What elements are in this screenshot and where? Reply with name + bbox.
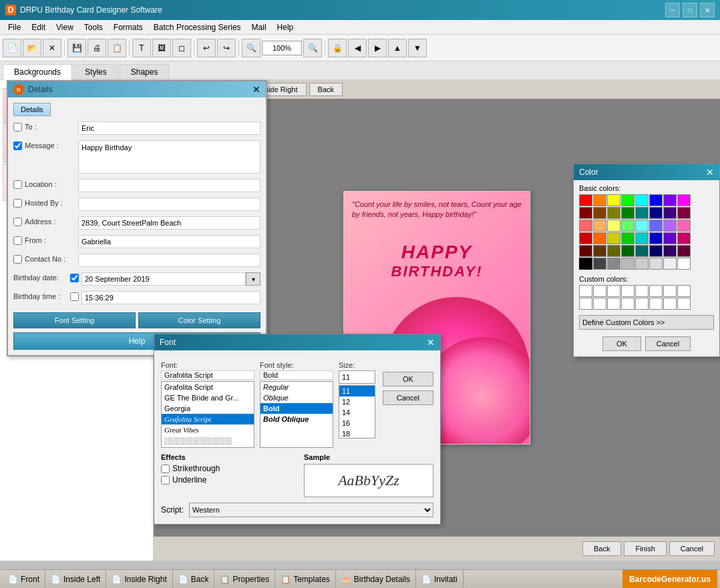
save-button[interactable]: 💾 [67, 39, 86, 57]
menu-formats[interactable]: Formats [108, 21, 148, 33]
basic-color-5[interactable] [649, 194, 663, 206]
basic-color-10[interactable] [607, 207, 620, 219]
define-custom-colors-button[interactable]: Define Custom Colors >> [579, 315, 714, 330]
font-dialog-close[interactable]: ✕ [427, 337, 435, 348]
close-button[interactable]: ✕ [700, 3, 715, 17]
strikethrough-checkbox[interactable] [161, 465, 170, 473]
underline-checkbox[interactable] [161, 476, 170, 485]
custom-color-0[interactable] [579, 285, 592, 297]
font-setting-button[interactable]: Font Setting [13, 312, 136, 328]
custom-color-1[interactable] [593, 285, 606, 297]
prev-button[interactable]: ◀ [348, 39, 367, 57]
basic-color-3[interactable] [621, 194, 635, 206]
color-cancel-button[interactable]: Cancel [645, 336, 691, 351]
basic-color-37[interactable] [649, 245, 663, 257]
message-checkbox[interactable] [13, 141, 22, 150]
canvas-tab-back[interactable]: Back [309, 83, 343, 96]
hosted-by-input[interactable] [78, 198, 260, 211]
contact-checkbox[interactable] [13, 255, 22, 264]
status-inside-left[interactable]: 📄 Inside Left [45, 570, 106, 588]
custom-color-6[interactable] [663, 285, 677, 297]
status-invitati[interactable]: 📄 Invitati [416, 570, 464, 588]
basic-color-14[interactable] [663, 207, 677, 219]
color-setting-button[interactable]: Color Setting [138, 312, 260, 328]
basic-color-17[interactable] [593, 220, 606, 232]
custom-color-8[interactable] [579, 298, 592, 310]
status-inside-right[interactable]: 📄 Inside Right [106, 570, 172, 588]
custom-color-14[interactable] [663, 298, 677, 310]
birthday-date-checkbox[interactable] [70, 274, 79, 282]
basic-color-22[interactable] [663, 220, 677, 232]
basic-color-32[interactable] [579, 245, 592, 257]
basic-color-24[interactable] [579, 232, 592, 244]
basic-color-21[interactable] [649, 220, 663, 232]
color-dialog-close[interactable]: ✕ [706, 167, 714, 178]
copy-button[interactable]: 📋 [108, 39, 126, 57]
style-regular[interactable]: Regular [260, 382, 333, 392]
basic-color-30[interactable] [663, 232, 677, 244]
new-button[interactable]: 📄 [3, 39, 21, 57]
menu-edit[interactable]: Edit [26, 21, 51, 33]
basic-color-16[interactable] [579, 220, 592, 232]
basic-color-29[interactable] [649, 232, 663, 244]
font-item-ge[interactable]: GE The Bride and Gr... [162, 392, 254, 403]
custom-color-10[interactable] [607, 298, 620, 310]
close-doc-button[interactable]: ✕ [43, 39, 61, 57]
text-button[interactable]: T [132, 39, 151, 57]
basic-color-1[interactable] [593, 194, 606, 206]
finish-button[interactable]: Finish [624, 541, 666, 556]
custom-color-12[interactable] [635, 298, 649, 310]
basic-color-34[interactable] [607, 245, 620, 257]
tab-shapes[interactable]: Shapes [120, 64, 170, 79]
status-front[interactable]: 📄 Front [3, 570, 45, 588]
basic-color-13[interactable] [649, 207, 663, 219]
custom-color-13[interactable] [649, 298, 663, 310]
birthday-time-input[interactable] [81, 291, 260, 304]
font-style-list[interactable]: Regular Oblique Bold Bold Oblique [260, 381, 333, 448]
custom-color-15[interactable] [677, 298, 691, 310]
zoom-out-button[interactable]: 🔍 [242, 39, 260, 57]
basic-color-47[interactable] [677, 258, 691, 270]
basic-color-36[interactable] [635, 245, 649, 257]
color-ok-button[interactable]: OK [602, 336, 641, 351]
details-close-button[interactable]: ✕ [252, 84, 260, 95]
undo-button[interactable]: ↩ [197, 39, 216, 57]
basic-color-0[interactable] [579, 194, 592, 206]
menu-tools[interactable]: Tools [79, 21, 108, 33]
font-list[interactable]: Grafolita Script GE The Bride and Gr... … [161, 381, 254, 448]
birthday-time-checkbox[interactable] [70, 292, 79, 301]
status-back[interactable]: 📄 Back [173, 570, 215, 588]
size-11[interactable]: 11 [339, 386, 375, 396]
open-button[interactable]: 📂 [23, 39, 41, 57]
basic-color-26[interactable] [607, 232, 620, 244]
basic-color-35[interactable] [621, 245, 635, 257]
basic-color-4[interactable] [635, 194, 649, 206]
birthday-date-input[interactable] [81, 272, 246, 286]
basic-color-18[interactable] [607, 220, 620, 232]
cancel-nav-button[interactable]: Cancel [669, 541, 715, 556]
next-button[interactable]: ▶ [368, 39, 387, 57]
custom-color-2[interactable] [607, 285, 620, 297]
basic-color-42[interactable] [607, 258, 620, 270]
basic-color-19[interactable] [621, 220, 635, 232]
basic-color-23[interactable] [677, 220, 691, 232]
contact-input[interactable] [78, 254, 260, 267]
menu-batch[interactable]: Batch Processing Series [148, 21, 246, 33]
details-tab-button[interactable]: Details [13, 103, 51, 116]
custom-color-9[interactable] [593, 298, 606, 310]
address-input[interactable] [78, 216, 260, 230]
menu-view[interactable]: View [51, 21, 79, 33]
basic-color-39[interactable] [677, 245, 691, 257]
menu-file[interactable]: File [3, 21, 26, 33]
basic-color-6[interactable] [663, 194, 677, 206]
font-style-input[interactable] [260, 370, 333, 380]
custom-color-4[interactable] [635, 285, 649, 297]
tab-backgrounds[interactable]: Backgrounds [3, 64, 72, 80]
size-12[interactable]: 12 [339, 396, 375, 407]
redo-button[interactable]: ↪ [217, 39, 236, 57]
to-checkbox[interactable] [13, 123, 22, 131]
message-textarea[interactable]: Happy Birthday [78, 140, 260, 174]
style-bold-oblique[interactable]: Bold Oblique [260, 414, 333, 424]
basic-color-8[interactable] [579, 207, 592, 219]
basic-color-41[interactable] [593, 258, 606, 270]
